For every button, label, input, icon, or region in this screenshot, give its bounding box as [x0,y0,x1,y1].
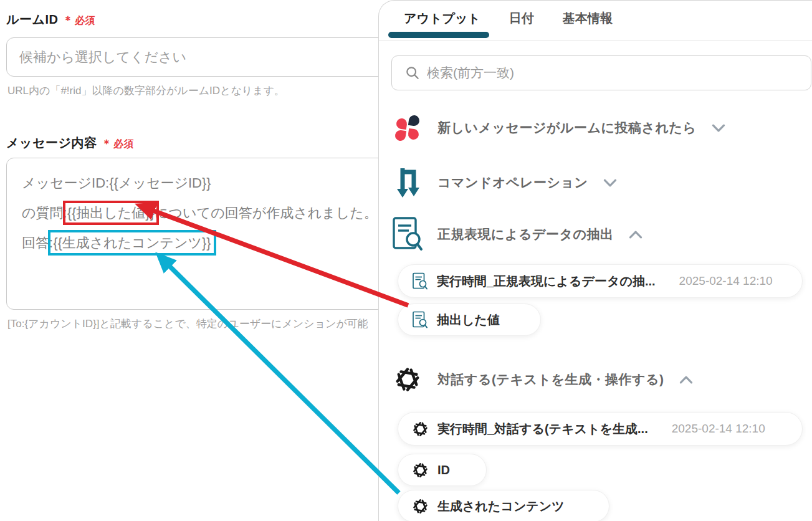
command-operation-icon [395,166,420,199]
output-item-generated-content[interactable]: 生成されたコンテンツ [398,490,609,521]
regex-extract-icon [412,272,428,290]
required-badge: 必須 [113,138,134,149]
required-asterisk: ＊ [101,138,112,150]
tab-date[interactable]: 日付 [509,10,534,27]
chevron-up-icon[interactable] [628,230,643,239]
room-id-label: ルームID＊必須 [6,11,95,28]
regex-extract-icon [391,216,424,252]
search-icon [406,66,419,80]
openai-icon [412,462,429,479]
chevron-up-icon[interactable] [679,375,694,385]
output-item-label: 生成されたコンテンツ [437,498,565,515]
output-item-label: 実行時間_正規表現によるデータの抽... [437,273,656,290]
required-badge: 必須 [75,15,95,26]
search-input[interactable] [427,65,811,80]
group-chat-generate[interactable]: 対話する(テキストを生成・操作する) [391,366,694,393]
output-item-extracted-value[interactable]: 抽出した値 [398,304,541,336]
tab-divider [379,41,812,41]
output-search-box[interactable] [391,55,811,90]
generated-content-token: {{生成されたコンテンツ}} [53,235,211,251]
extracted-value-token: {{抽出した値}} [67,205,155,221]
group-new-message-trigger[interactable]: 新しいメッセージがルームに投稿されたら [391,115,726,141]
openai-icon [412,498,429,515]
group-label: 正規表現によるデータの抽出 [437,226,613,243]
message-line-2: の質問:{{抽出した値}}についての回答が作成されました。 [22,198,385,228]
group-label: コマンドオペレーション [437,174,588,191]
regex-extract-icon [412,311,428,329]
active-tab-indicator [388,32,489,38]
group-label: 対話する(テキストを生成・操作する) [437,371,664,388]
message-line-3: 回答:{{生成されたコンテンツ}} [22,228,385,258]
openai-icon [394,366,421,393]
tab-output[interactable]: アウトプット [404,10,480,27]
output-item-timestamp: 2025-02-14 12:10 [672,422,765,436]
message-content-help: [To:{アカウントID}]と記載することで、特定のユーザーにメンションが可能 [7,317,368,331]
workflow-editor-screen: { "form": { "room_id": { "label": "ルームID… [0,0,812,521]
openai-icon [412,421,429,437]
app-flower-icon [394,115,421,141]
tab-basic-info[interactable]: 基本情報 [563,10,613,27]
output-item-exec-time-chat[interactable]: 実行時間_対話する(テキストを生成... 2025-02-14 12:10 [398,412,803,446]
output-item-timestamp: 2025-02-14 12:10 [679,274,773,288]
message-content-textarea[interactable]: メッセージID:{{メッセージID}} の質問:{{抽出した値}}についての回答… [6,158,385,310]
group-label: 新しいメッセージがルームに投稿されたら [437,119,696,136]
output-item-label: ID [437,463,450,477]
output-item-label: 実行時間_対話する(テキストを生成... [437,421,648,437]
group-command-operation[interactable]: コマンドオペレーション [391,166,618,199]
chevron-down-icon[interactable] [711,123,726,133]
message-line-1: メッセージID:{{メッセージID}} [22,168,385,198]
output-side-panel: アウトプット 日付 基本情報 新しいメッセージがルームに投稿されたら コマンドオ… [378,0,812,521]
output-item-id[interactable]: ID [398,454,487,486]
room-id-input[interactable] [6,37,385,77]
message-content-label: メッセージ内容＊必須 [6,135,134,151]
chevron-down-icon[interactable] [603,178,618,188]
output-item-label: 抽出した値 [437,312,500,328]
required-asterisk: ＊ [62,14,74,26]
panel-tabs: アウトプット 日付 基本情報 [404,10,613,27]
group-regex-extraction[interactable]: 正規表現によるデータの抽出 [391,216,643,252]
room-id-help: URL内の「#!rid」以降の数字部分がルームIDとなります。 [7,84,285,98]
output-item-exec-time-regex[interactable]: 実行時間_正規表現によるデータの抽... 2025-02-14 12:10 [398,264,803,298]
